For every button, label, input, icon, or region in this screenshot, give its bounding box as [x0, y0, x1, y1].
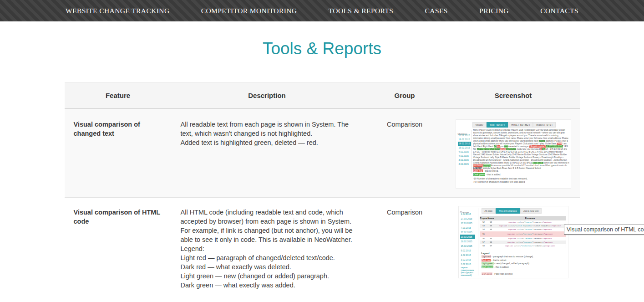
thumb2-code-diff-grid: СтароеНовоеРазличия5252<option value="Cy…: [480, 216, 566, 248]
thumb2-date: 27.02.2015: [460, 230, 475, 235]
added-text: mailing: [539, 140, 546, 142]
thumb2-date: 18.02.2015: [460, 239, 475, 244]
code-value: "Indonesia": [521, 245, 533, 247]
thumb1-legend-chip: Dark green: [473, 173, 486, 176]
thumb1-counts: -59 Number of characters readable text w…: [473, 177, 528, 184]
code-tag: <option: [508, 238, 517, 240]
tooltip: Visual comparison of HTML code: [564, 225, 644, 235]
code-row-diff: <option value="Hungary">Hungary</option>: [495, 241, 566, 244]
added-text: D'Angelico Guitar?: [546, 145, 563, 148]
code-row-diff: <option value="France">France</option>: [495, 228, 566, 231]
thumb2-legend-chip: Light red: [482, 255, 491, 258]
code-tag: </option>: [542, 221, 552, 223]
description-cell: All HTML code (including readable text a…: [172, 198, 363, 302]
code-row-diff: <option value="Czech Republic">Czech Rep…: [495, 224, 566, 228]
thumb1-date: 19.02.2015: [458, 138, 471, 142]
thumb2-legend: Legend:Light red - paragraph that was to…: [482, 252, 534, 269]
thumb1-date: 4.02.2015: [458, 150, 471, 154]
nav-item-competitor-monitoring[interactable]: COMPETITOR MONITORING: [201, 7, 297, 15]
code-tag: <option: [499, 225, 508, 227]
removed-text: D'Angelico guitar?: [529, 145, 546, 148]
code-row-new-num: 55: [487, 237, 495, 241]
thumb2-tabs: All codeThe only changesJust a new text: [482, 208, 542, 214]
thumb1-date: 3.02.2015: [458, 162, 471, 166]
feature-cell: Visual comparison of changed text: [65, 109, 172, 197]
thumb1-dates: 21.02.201519.02.201518.02.201515.02.2015…: [458, 133, 471, 166]
thumb2-date: 3.02.2015: [460, 262, 475, 266]
table-row: Visual comparison of HTML code All HTML …: [65, 198, 580, 302]
thumb1-legend-line: Dark green - that is added.: [473, 173, 501, 177]
nav-item-website-change-tracking[interactable]: WEBSITE CHANGE TRACKING: [66, 7, 170, 15]
thumb2-date: 17.03.2015: [460, 221, 475, 225]
thumb1-tabs: VisuallyText ( -59/+97 )HTML ( -50/+862 …: [472, 122, 556, 128]
nav-item-pricing[interactable]: PRICING: [479, 7, 509, 15]
thumb2-date: 20.02.2015: [460, 235, 475, 239]
thumb2-date: 15.02.2015: [460, 244, 475, 248]
divider: [478, 208, 478, 276]
code-value: "Cyprus": [524, 221, 533, 223]
code-attr: value=: [517, 229, 524, 230]
thumb2-legend-line: Light red - paragraph that was to remove…: [482, 255, 534, 259]
code-row-new-num: 53: [487, 224, 495, 228]
code-row: 55<option value="Germany">Germany</optio…: [480, 231, 566, 237]
thumb2-legend-title: Legend:: [482, 252, 534, 255]
code-tag: </option>: [543, 233, 553, 235]
code-value: "Czech Republic": [515, 225, 533, 227]
added-text: I like 'em all: [532, 162, 543, 164]
code-row-new-num: [487, 231, 495, 237]
group-cell: Comparison: [363, 198, 447, 302]
code-row-old-num: 53: [480, 224, 487, 228]
screenshot-cell: Changes: 1.04.201527.03.201517.03.20157.…: [447, 198, 580, 302]
code-row-diff: <option value="Greece">Greece</option>: [495, 237, 566, 241]
thumb2-date: 4.02.2015: [460, 253, 475, 257]
screenshot-thumbnail-html-comparison[interactable]: Changes: 1.04.201527.03.201517.03.20157.…: [459, 206, 568, 278]
thumb2-col-old: Старое: [480, 216, 487, 220]
code-value: "Hungary": [523, 241, 533, 243]
features-table: FeatureDescriptionGroupScreenshot Visual…: [65, 82, 580, 302]
code-row-old-num: 54: [480, 228, 487, 231]
code-row-old-num: 57: [480, 241, 487, 244]
thumb2-legend-chip: Dark red: [482, 259, 491, 261]
code-text: Indonesia: [535, 245, 545, 247]
thumb1-legend-chip: Dark red: [473, 169, 483, 172]
nav-item-tools-reports[interactable]: TOOLS & REPORTS: [329, 7, 394, 15]
code-tag: <option: [507, 241, 516, 243]
thumb1-date: 4.02.2015: [458, 154, 471, 158]
code-attr: value=: [508, 225, 515, 227]
thumb1-diff-text: Home Player's Club Register D'Angelico P…: [473, 129, 569, 170]
removed-text: Am: [497, 145, 500, 148]
code-tag: <option: [508, 221, 517, 223]
added-text: Do: [494, 145, 497, 148]
screenshot-thumbnail-text-comparison[interactable]: VisuallyText ( -59/+97 )HTML ( -50/+862 …: [456, 120, 571, 188]
nav-item-contacts[interactable]: CONTACTS: [540, 7, 578, 15]
thumb2-legend-line: Light green - new (changed, added paragr…: [482, 262, 534, 266]
nav-item-cases[interactable]: CASES: [425, 7, 448, 15]
thumb2-tab-the-only-changes: The only changes: [496, 208, 520, 214]
thumb1-legend: Legend:Dark red - that is retired.Dark g…: [473, 166, 501, 176]
code-tag: </option>: [542, 238, 552, 240]
code-row: 5252<option value="Cyprus">Cyprus</optio…: [480, 220, 566, 224]
code-row-diff: <option value="Cyprus">Cyprus</option>: [495, 220, 566, 224]
code-row-diff: <option value="Germany">Germany</option>: [495, 231, 566, 237]
code-value: "Greece": [524, 238, 533, 240]
code-tag: <option: [507, 233, 516, 235]
removed-text: Which: [500, 148, 506, 150]
thumb2-tab-just-a-new-text: Just a new text: [520, 208, 542, 214]
thumb2-date-note: изменений): [460, 274, 475, 277]
code-row-old-num: 58: [480, 244, 487, 248]
code-row-old-num: 56: [480, 237, 487, 241]
thumb1-tab-images-0-0: Images ( -0/+0 ): [533, 122, 555, 128]
code-attr: value=: [517, 238, 524, 240]
group-cell: Comparison: [363, 109, 447, 197]
table-header-row: FeatureDescriptionGroupScreenshot: [65, 82, 580, 109]
thumb2-legend-line: Dark green - that is added.: [482, 266, 534, 269]
code-text: Czech Republic: [535, 225, 551, 227]
code-row-diff: <option value="Indonesia">Indonesia</opt…: [495, 244, 566, 248]
code-tag: </option>: [545, 245, 555, 247]
added-text: own: [504, 145, 508, 148]
divider: [471, 130, 472, 174]
code-row: 5454<option value="France">France</optio…: [480, 228, 566, 231]
thumb2-date: 3.02.2015: [460, 257, 475, 262]
unchanged-text: you: [500, 145, 504, 148]
code-row-new-num: 56: [487, 241, 495, 244]
